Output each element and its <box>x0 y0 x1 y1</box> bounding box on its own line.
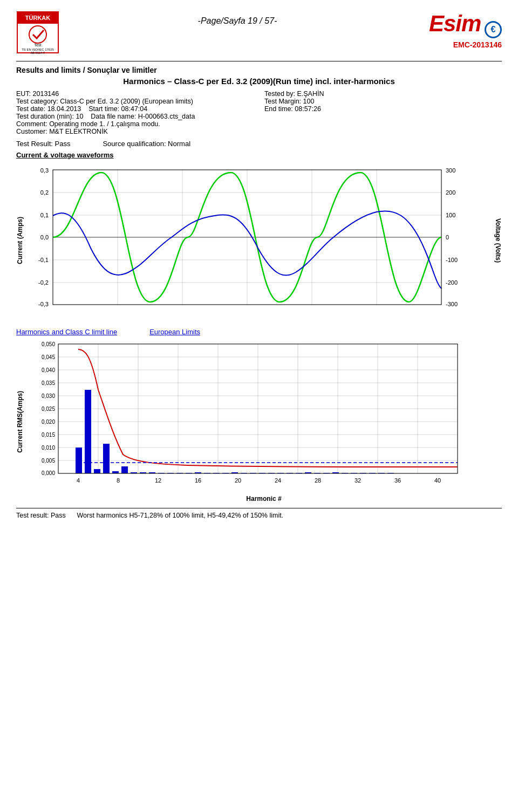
svg-text:0,045: 0,045 <box>42 354 55 360</box>
test-date-info: Test date: 18.04.2013 Start time: 08:47:… <box>16 105 254 113</box>
svg-text:0: 0 <box>446 234 449 240</box>
svg-rect-67 <box>112 471 119 473</box>
svg-point-3 <box>29 26 46 43</box>
svg-text:20: 20 <box>235 477 241 484</box>
harmonics-main-title: Harmonics – Class-C per Ed. 3.2 (2009)(R… <box>16 77 502 86</box>
svg-text:300: 300 <box>446 167 455 174</box>
svg-text:-200: -200 <box>446 279 458 286</box>
svg-rect-64 <box>85 390 91 473</box>
svg-text:0,050: 0,050 <box>42 341 55 347</box>
test-duration-info: Test duration (min): 10 Data file name: … <box>16 113 254 120</box>
svg-text:0,035: 0,035 <box>42 380 55 386</box>
test-margin-info: Test Margin: 100 <box>264 98 502 105</box>
y-axis-left-label: Current (Amps) <box>16 217 24 264</box>
svg-text:0,000: 0,000 <box>42 470 55 476</box>
esim-text: Esim <box>429 11 481 36</box>
svg-text:200: 200 <box>446 189 455 196</box>
svg-text:24: 24 <box>275 477 281 484</box>
svg-text:12: 12 <box>155 477 161 484</box>
results-title: Results and limits / Sonuçlar ve limitle… <box>16 66 502 74</box>
eut-info: EUT: 2013146 <box>16 90 254 98</box>
svg-text:0,020: 0,020 <box>42 419 55 425</box>
svg-text:AB-0114-T: AB-0114-T <box>31 51 45 54</box>
svg-text:36: 36 <box>394 477 401 484</box>
svg-text:Test: Test <box>35 43 42 47</box>
x-axis-label: Harmonic # <box>26 495 502 503</box>
european-limits-link[interactable]: European Limits <box>149 328 200 336</box>
bar-chart-svg: 0,050 0,045 0,040 0,035 0,030 0,025 0,02… <box>26 341 468 492</box>
svg-text:0,3: 0,3 <box>40 167 49 174</box>
svg-text:-100: -100 <box>446 257 458 263</box>
svg-text:0,030: 0,030 <box>42 393 55 399</box>
svg-text:16: 16 <box>195 477 201 484</box>
harmonics-header: Harmonics and Class C limit line Europea… <box>16 328 502 336</box>
svg-text:40: 40 <box>434 477 441 484</box>
svg-text:0,010: 0,010 <box>42 445 55 451</box>
svg-text:0,1: 0,1 <box>40 212 49 218</box>
svg-rect-66 <box>103 444 110 473</box>
emc-number: EMC-2013146 <box>415 40 502 49</box>
svg-text:-0,1: -0,1 <box>38 257 49 263</box>
svg-text:0,025: 0,025 <box>42 406 55 412</box>
header-divider <box>16 61 502 61</box>
waveform-chart: 0,3 0,2 0,1 0,0 -0,1 -0,2 -0,3 300 200 1… <box>26 164 492 317</box>
footer-worst-text: Worst harmonics H5-71,28% of 100% limit,… <box>77 512 284 519</box>
svg-text:100: 100 <box>446 212 455 218</box>
bar-chart: 0,050 0,045 0,040 0,035 0,030 0,025 0,02… <box>26 341 502 503</box>
svg-text:8: 8 <box>117 477 120 484</box>
svg-rect-63 <box>76 448 82 473</box>
harmonics-section: Harmonics and Class C limit line Europea… <box>16 328 502 503</box>
svg-rect-68 <box>121 466 128 473</box>
comment-info: Comment: Operating mode 1. / 1.çalışma m… <box>16 120 502 128</box>
bar-chart-container: Current RMS(Amps) <box>16 341 502 503</box>
svg-text:0,2: 0,2 <box>40 189 49 196</box>
svg-text:0,005: 0,005 <box>42 458 55 464</box>
svg-text:0,0: 0,0 <box>40 234 49 240</box>
tested-by-info: Tested by: E.ŞAHİN <box>264 90 502 98</box>
svg-text:-0,3: -0,3 <box>38 301 49 307</box>
customer-info: Customer: M&T ELEKTRONİK <box>16 128 502 135</box>
svg-text:-0,2: -0,2 <box>38 279 49 286</box>
turkak-logo: TÜRKAK Test TS EN ISO/IEC 17025 AB-0114-… <box>16 11 59 56</box>
svg-text:32: 32 <box>355 477 361 484</box>
y-axis-right-label: Voltage (Volts) <box>494 218 502 263</box>
info-grid: EUT: 2013146 Tested by: E.ŞAHİN Test cat… <box>16 90 502 135</box>
bar-chart-y-label: Current RMS(Amps) <box>16 391 24 453</box>
svg-text:0,015: 0,015 <box>42 432 55 438</box>
footer-result: Test result: Pass Worst harmonics H5-71,… <box>16 508 502 519</box>
waveform-section-title: Current & voltage waveforms <box>16 151 502 159</box>
svg-rect-65 <box>94 469 100 473</box>
test-result: Test Result: Pass <box>16 140 70 148</box>
waveform-chart-container: Current (Amps) 0,3 0,2 0,1 0,0 -0,1 -0,2 <box>16 164 502 317</box>
page-header: TÜRKAK Test TS EN ISO/IEC 17025 AB-0114-… <box>16 11 502 56</box>
svg-text:28: 28 <box>315 477 321 484</box>
source-qualification: Source qualification: Normal <box>103 140 190 148</box>
page-number: -Page/Sayfa 19 / 57- <box>59 11 415 26</box>
harmonics-limit-link[interactable]: Harmonics and Class C limit line <box>16 328 117 336</box>
esim-circle-icon: € <box>485 21 502 38</box>
footer-result-text: Test result: Pass <box>16 512 66 519</box>
test-result-line: Test Result: Pass Source qualification: … <box>16 140 502 148</box>
test-category-info: Test category: Class-C per Ed. 3.2 (2009… <box>16 98 254 105</box>
svg-text:-300: -300 <box>446 301 458 307</box>
waveform-svg: 0,3 0,2 0,1 0,0 -0,1 -0,2 -0,3 300 200 1… <box>26 164 468 315</box>
svg-text:4: 4 <box>77 477 80 484</box>
end-time-info: End time: 08:57:26 <box>264 105 502 113</box>
svg-text:TÜRKAK: TÜRKAK <box>25 15 50 21</box>
svg-text:0,040: 0,040 <box>42 367 55 373</box>
esim-logo: Esim € EMC-2013146 <box>415 11 502 49</box>
